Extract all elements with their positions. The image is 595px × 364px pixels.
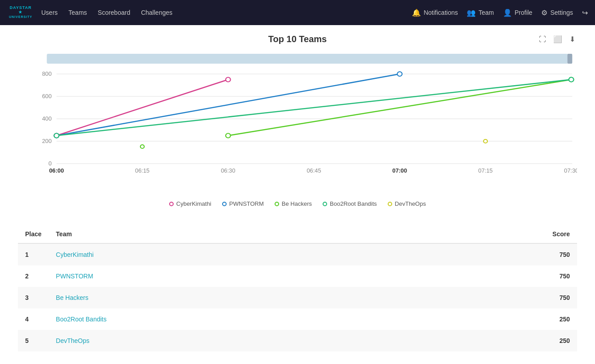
team-icon: 👥 [467,9,476,17]
team-cell: Boo2Root Bandits [49,308,403,330]
chart-area: 800 600 400 200 0 06:00 06:15 06:30 06:4… [18,52,577,195]
legend-devtheops: DevTheOps [388,200,426,207]
chart-section: Top 10 Teams ⛶ ⬜ ⬇ 800 600 [18,34,577,207]
settings-icon: ⚙ [541,9,547,17]
nav-users[interactable]: Users [41,9,58,16]
logout-nav-item[interactable]: ↪ [582,9,588,17]
nav-scoreboard[interactable]: Scoreboard [98,9,130,16]
svg-text:07:15: 07:15 [478,168,493,173]
window-icon[interactable]: ⬜ [551,34,564,44]
table-row: 3Be Hackers750 [18,287,577,308]
logout-icon: ↪ [582,9,588,17]
nav-right: 🔔 Notifications 👥 Team 👤 Profile ⚙ Setti… [412,9,588,17]
navbar: DAYSTAR★UNIVERSITY Users Teams Scoreboar… [0,0,595,25]
notifications-label: Notifications [424,9,458,16]
cyberkimathi-legend-dot [169,202,174,206]
behackers-legend-dot [275,202,279,206]
devtheops-legend-dot [388,202,392,206]
team-cell: CyberKimathi [49,243,403,265]
score-cell: 750 [403,243,577,265]
svg-text:800: 800 [42,71,52,77]
team-link[interactable]: Boo2Root Bandits [56,316,107,323]
team-header: Team [49,225,403,243]
pwnstorm-end-dot [397,72,402,76]
cyberkimathi-legend-label: CyberKimathi [176,200,211,207]
legend-pwnstorm: PWNSTORM [222,200,264,207]
svg-text:600: 600 [42,93,52,99]
cyberkimathi-end-dot [226,78,231,82]
place-cell: 1 [18,243,49,265]
score-cell: 250 [403,330,577,351]
svg-text:07:00: 07:00 [392,168,407,173]
boo2root-legend-dot [323,202,327,206]
score-cell: 750 [403,265,577,287]
devtheops-dot [484,139,488,143]
logo[interactable]: DAYSTAR★UNIVERSITY [7,4,34,22]
pwnstorm-legend-dot [222,202,227,206]
boo2root-legend-label: Boo2Root Bandits [330,200,377,207]
table-row: 2PWNSTORM750 [18,265,577,287]
score-cell: 750 [403,287,577,308]
main-content: Top 10 Teams ⛶ ⬜ ⬇ 800 600 [0,25,595,360]
notifications-nav-item[interactable]: 🔔 Notifications [412,9,458,17]
score-header: Score [403,225,577,243]
svg-text:200: 200 [42,138,52,144]
behackers-early-dot [140,145,144,148]
boo2root-line [57,80,571,136]
behackers-line [228,80,571,136]
profile-label: Profile [515,9,533,16]
svg-text:06:15: 06:15 [135,168,149,173]
boo2root-start-dot [54,134,59,138]
expand-icon[interactable]: ⛶ [537,34,548,44]
bell-icon: 🔔 [412,9,421,17]
place-cell: 3 [18,287,49,308]
table-row: 4Boo2Root Bandits250 [18,308,577,330]
team-cell: PWNSTORM [49,265,403,287]
chart-title: Top 10 Teams [18,34,577,44]
place-cell: 5 [18,330,49,351]
profile-icon: 👤 [503,9,512,17]
svg-text:06:30: 06:30 [221,168,235,173]
cyberkimathi-line [57,80,228,136]
svg-text:07:30: 07:30 [564,168,577,173]
behackers-legend-label: Be Hackers [282,200,312,207]
place-cell: 2 [18,265,49,287]
team-link[interactable]: CyberKimathi [56,251,94,258]
settings-label: Settings [550,9,573,16]
score-cell: 250 [403,308,577,330]
chart-controls: ⛶ ⬜ ⬇ [537,34,577,44]
svg-text:06:00: 06:00 [49,168,64,173]
pwnstorm-line [57,74,400,136]
nav-links: Users Teams Scoreboard Challenges [41,9,412,16]
chart-svg: 800 600 400 200 0 06:00 06:15 06:30 06:4… [18,52,577,195]
svg-text:400: 400 [42,116,52,121]
svg-text:0: 0 [48,160,52,166]
chart-legend: CyberKimathi PWNSTORM Be Hackers Boo2Roo… [18,200,577,207]
legend-behackers: Be Hackers [275,200,312,207]
team-link[interactable]: DevTheOps [56,337,90,344]
download-icon[interactable]: ⬇ [568,34,577,44]
place-header: Place [18,225,49,243]
team-cell: DevTheOps [49,330,403,351]
devtheops-legend-label: DevTheOps [395,200,426,207]
legend-boo2root: Boo2Root Bandits [323,200,377,207]
team-nav-item[interactable]: 👥 Team [467,9,494,17]
profile-nav-item[interactable]: 👤 Profile [503,9,533,17]
team-link[interactable]: Be Hackers [56,294,88,301]
behackers-start-dot [226,134,231,138]
range-handle[interactable] [568,54,573,64]
table-row: 5DevTheOps250 [18,330,577,351]
table-row: 1CyberKimathi750 [18,243,577,265]
nav-challenges[interactable]: Challenges [141,9,172,16]
nav-teams[interactable]: Teams [69,9,87,16]
svg-text:06:45: 06:45 [306,168,321,173]
range-slider-fill [47,54,567,64]
boo2root-end-dot [569,78,574,82]
place-cell: 4 [18,308,49,330]
team-cell: Be Hackers [49,287,403,308]
scoreboard-table: Place Team Score 1CyberKimathi7502PWNSTO… [18,225,577,351]
team-label: Team [478,9,494,16]
settings-nav-item[interactable]: ⚙ Settings [541,9,573,17]
team-link[interactable]: PWNSTORM [56,273,93,280]
pwnstorm-legend-label: PWNSTORM [229,200,264,207]
